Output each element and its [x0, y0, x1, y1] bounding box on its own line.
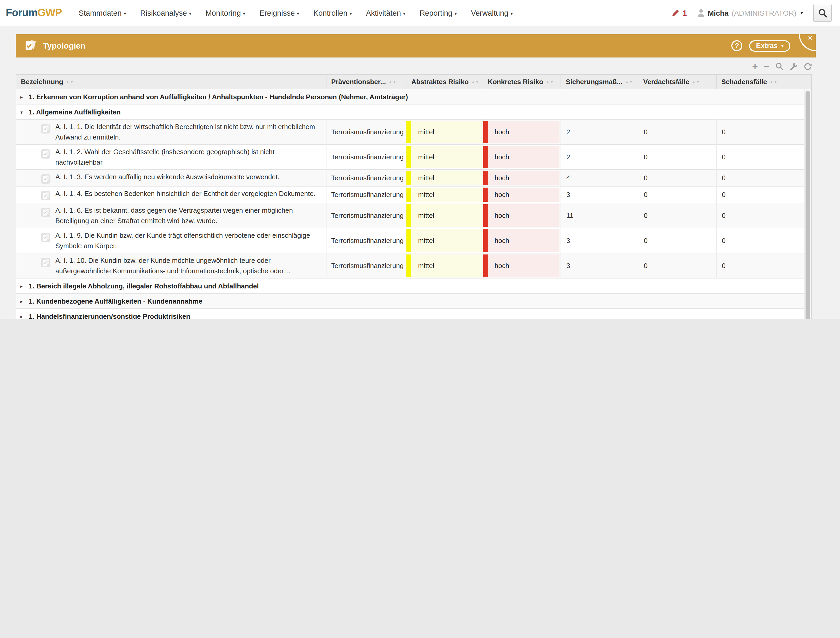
- menu-item-stammdaten[interactable]: Stammdaten▾: [79, 9, 126, 17]
- suspicion-count-cell: 0: [638, 253, 717, 278]
- scrollbar-thumb[interactable]: [805, 91, 810, 319]
- pencil-icon: [672, 9, 680, 17]
- app-logo[interactable]: ForumGWP: [6, 7, 62, 19]
- column-header-konkretes-risiko[interactable]: Konkretes Risiko▲▼: [483, 75, 561, 89]
- menu-item-kontrollen[interactable]: Kontrollen▾: [313, 9, 352, 17]
- abstract-risk-cell: mittel: [406, 186, 483, 203]
- menu-item-verwaltung[interactable]: Verwaltung▾: [471, 9, 513, 17]
- column-header-pr-ventionsber[interactable]: Präventionsber...▲▼: [326, 75, 406, 89]
- menu-item-risikoanalyse[interactable]: Risikoanalyse▾: [140, 9, 191, 17]
- suspicion-count-cell: 0: [638, 228, 717, 253]
- expand-icon[interactable]: ▸: [21, 283, 29, 289]
- concrete-risk-cell: hoch: [483, 186, 561, 203]
- sort-arrows-icon[interactable]: ▲▼: [546, 78, 554, 86]
- refresh-icon: [804, 62, 812, 71]
- search-button[interactable]: [813, 4, 832, 22]
- typology-item-icon: [41, 174, 51, 184]
- typology-row[interactable]: A. I. 1. 10. Die Kundin bzw. der Kunde m…: [16, 253, 811, 278]
- menu-item-ereignisse[interactable]: Ereignisse▾: [259, 9, 299, 17]
- table-refresh-button[interactable]: [804, 62, 812, 71]
- expand-icon[interactable]: ▸: [21, 94, 29, 99]
- user-menu[interactable]: Micha (ADMINISTRATOR) ▾: [697, 9, 803, 17]
- menu-item-monitoring[interactable]: Monitoring▾: [205, 9, 245, 17]
- risk-badge-mittel: mittel: [407, 204, 482, 227]
- table-search-button[interactable]: [775, 62, 783, 71]
- typology-row[interactable]: A. I. 1. 4. Es bestehen Bedenken hinsich…: [16, 186, 811, 203]
- sort-arrows-icon[interactable]: ▲▼: [769, 78, 778, 86]
- typology-row[interactable]: A. I. 1. 9. Die Kundin bzw. der Kunde tr…: [16, 228, 811, 253]
- close-module-button[interactable]: ✕: [799, 34, 816, 51]
- column-header-sicherungsma[interactable]: Sicherungsmaß...▲▼: [561, 75, 638, 89]
- typology-row[interactable]: A. I. 1. 2. Wahl der Geschäftsstelle (in…: [16, 144, 811, 169]
- column-header-abstraktes-risiko[interactable]: Abstraktes Risiko▲▼: [406, 75, 483, 89]
- user-icon: [697, 9, 705, 17]
- typology-row[interactable]: A. I. 1. 1. Die Identität der wirtschaft…: [16, 119, 811, 144]
- typology-group-row[interactable]: ▸1. Kundenbezogene Auffälligkeiten - Kun…: [16, 294, 811, 308]
- extras-button[interactable]: Extras ▾: [749, 40, 790, 52]
- concrete-risk-cell: hoch: [483, 228, 561, 253]
- typology-item-icon: [41, 232, 51, 242]
- module-header: Typologien ? Extras ▾ ✕: [16, 34, 816, 57]
- chevron-down-icon: ▾: [455, 11, 457, 16]
- menu-item-reporting[interactable]: Reporting▾: [420, 9, 457, 17]
- expand-all-button[interactable]: +: [752, 62, 758, 71]
- typology-group-row[interactable]: ▸1. Erkennen von Korruption anhand von A…: [16, 89, 811, 104]
- abstract-risk-cell: mittel: [406, 144, 483, 169]
- table-settings-button[interactable]: [789, 62, 798, 71]
- risk-badge-hoch: hoch: [483, 188, 559, 202]
- risk-color-bar: [407, 146, 411, 168]
- suspicion-count-cell: 0: [638, 119, 717, 144]
- damage-count-cell: 0: [717, 253, 811, 278]
- help-button[interactable]: ?: [731, 40, 742, 51]
- pending-edits-indicator[interactable]: 1: [672, 9, 687, 17]
- damage-count-cell: 0: [717, 203, 811, 228]
- typology-label-cell: A. I. 1. 9. Die Kundin bzw. der Kunde tr…: [16, 228, 326, 253]
- typology-group-row[interactable]: ▾1. Allgemeine Auffälligkeiten: [16, 104, 811, 119]
- risk-color-bar: [483, 146, 488, 168]
- page-title: Typologien: [43, 41, 85, 51]
- collapse-all-button[interactable]: −: [764, 62, 769, 71]
- damage-count-cell: 0: [717, 119, 811, 144]
- safeguards-count-cell: 11: [561, 203, 638, 228]
- typology-row[interactable]: A. I. 1. 6. Es ist bekannt, dass gegen d…: [16, 203, 811, 228]
- chevron-down-icon: ▾: [349, 11, 352, 16]
- suspicion-count-cell: 0: [638, 144, 717, 169]
- sort-arrows-icon[interactable]: ▲▼: [471, 78, 480, 86]
- abstract-risk-cell: mittel: [406, 169, 483, 186]
- typology-label-cell: A. I. 1. 2. Wahl der Geschäftsstelle (in…: [16, 144, 326, 169]
- typology-group-row[interactable]: ▸1. Bereich illegale Abholzung, illegale…: [16, 278, 811, 294]
- risk-color-bar: [407, 254, 411, 277]
- menu-item-aktivit-ten[interactable]: Aktivitäten▾: [366, 9, 405, 17]
- typology-label-cell: A. I. 1. 4. Es bestehen Bedenken hinsich…: [16, 186, 326, 203]
- pending-edits-count: 1: [683, 9, 687, 17]
- typology-group-row[interactable]: ▸1. Handelsfinanzierungen/sonstige Produ…: [16, 308, 811, 319]
- column-header-schadensf-lle[interactable]: Schadensfälle▲▼: [717, 75, 811, 89]
- collapse-icon[interactable]: ▾: [21, 109, 29, 115]
- expand-icon[interactable]: ▸: [21, 298, 29, 304]
- sort-arrows-icon[interactable]: ▲▼: [625, 78, 633, 86]
- safeguards-count-cell: 3: [561, 186, 638, 203]
- top-navbar: ForumGWP Stammdaten▾Risikoanalyse▾Monito…: [0, 0, 840, 26]
- sort-arrows-icon[interactable]: ▲▼: [388, 78, 397, 86]
- prevention-area-cell: Terrorismusfinanzierung: [326, 253, 406, 278]
- user-name: Micha: [708, 9, 728, 17]
- chevron-down-icon: ▾: [124, 11, 126, 16]
- risk-color-bar: [483, 171, 488, 185]
- typology-row[interactable]: A. I. 1. 3. Es werden auffällig neu wirk…: [16, 169, 811, 186]
- vertical-scrollbar[interactable]: [804, 89, 811, 319]
- column-header-verdachtsf-lle[interactable]: Verdachtsfälle▲▼: [638, 75, 717, 89]
- extras-label: Extras: [756, 41, 778, 49]
- sort-arrows-icon[interactable]: ▲▼: [692, 78, 700, 86]
- navbar-right: 1 Micha (ADMINISTRATOR) ▾: [672, 4, 832, 22]
- expand-icon[interactable]: ▸: [21, 314, 29, 319]
- risk-badge-hoch: hoch: [483, 121, 559, 143]
- chevron-down-icon: ▾: [243, 11, 245, 16]
- prevention-area-cell: Terrorismusfinanzierung: [326, 203, 406, 228]
- safeguards-count-cell: 2: [561, 119, 638, 144]
- typology-label-cell: A. I. 1. 1. Die Identität der wirtschaft…: [16, 119, 326, 144]
- chevron-down-icon: ▾: [510, 11, 513, 16]
- sort-arrows-icon[interactable]: ▲▼: [66, 78, 74, 86]
- app-root: ForumGWP Stammdaten▾Risikoanalyse▾Monito…: [0, 0, 840, 319]
- column-header-bezeichnung[interactable]: Bezeichnung▲▼: [16, 75, 326, 89]
- concrete-risk-cell: hoch: [483, 253, 561, 278]
